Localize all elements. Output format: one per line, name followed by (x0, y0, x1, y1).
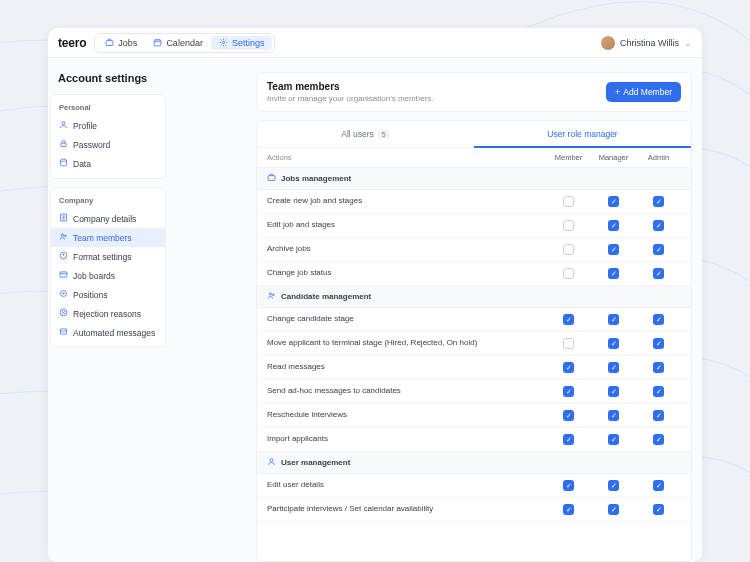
section-subtitle: Invite or manage your organisation's mem… (267, 94, 434, 103)
add-member-button[interactable]: + Add Member (606, 82, 681, 102)
svg-rect-15 (268, 176, 275, 181)
col-actions: Actions (267, 153, 546, 162)
svg-point-2 (222, 41, 224, 43)
permission-checkbox-admin[interactable] (653, 244, 664, 255)
permission-checkbox-member[interactable] (563, 410, 574, 421)
permission-checkbox-admin[interactable] (653, 480, 664, 491)
sidebar-icon (59, 139, 68, 150)
permission-checkbox-manager[interactable] (608, 362, 619, 373)
permission-checkbox-admin[interactable] (653, 338, 664, 349)
group-icon (267, 291, 276, 302)
permission-checkbox-member[interactable] (563, 338, 574, 349)
permission-checkbox-member[interactable] (563, 220, 574, 231)
sidebar-personal: Personal ProfilePasswordData (50, 94, 166, 179)
permission-checkbox-admin[interactable] (653, 196, 664, 207)
col-member: Member (546, 153, 591, 162)
group-icon (267, 173, 276, 184)
permission-label: Reschedule interviews (267, 410, 546, 420)
permission-row: Participate interviews / Set calendar av… (257, 498, 691, 522)
svg-rect-0 (106, 41, 113, 46)
nav-calendar-label: Calendar (166, 38, 203, 48)
tab-role-manager[interactable]: User role manager (474, 121, 691, 147)
permission-checkbox-manager[interactable] (608, 196, 619, 207)
nav-calendar[interactable]: Calendar (145, 36, 211, 50)
sidebar-item-profile[interactable]: Profile (51, 116, 165, 135)
nav-jobs[interactable]: Jobs (97, 36, 145, 50)
sidebar-item-job-boards[interactable]: Job boards (51, 266, 165, 285)
permission-checkbox-manager[interactable] (608, 504, 619, 515)
svg-point-18 (270, 459, 273, 462)
sidebar-icon (59, 251, 68, 262)
plus-icon: + (615, 87, 620, 97)
svg-point-17 (272, 294, 274, 296)
sidebar-item-team-members[interactable]: Team members (51, 228, 165, 247)
permission-checkbox-admin[interactable] (653, 220, 664, 231)
sidebar-icon (59, 120, 68, 131)
permission-checkbox-member[interactable] (563, 196, 574, 207)
permission-label: Read messages (267, 362, 546, 372)
permission-row: Archive jobs (257, 238, 691, 262)
permission-checkbox-admin[interactable] (653, 362, 664, 373)
permission-checkbox-member[interactable] (563, 386, 574, 397)
permission-label: Create new job and stages (267, 196, 546, 206)
sidebar-item-password[interactable]: Password (51, 135, 165, 154)
sidebar-item-rejection-reasons[interactable]: Rejection reasons (51, 304, 165, 323)
permission-checkbox-member[interactable] (563, 362, 574, 373)
permission-checkbox-member[interactable] (563, 504, 574, 515)
permission-label: Edit job and stages (267, 220, 546, 230)
permission-checkbox-admin[interactable] (653, 504, 664, 515)
permission-checkbox-manager[interactable] (608, 338, 619, 349)
svg-point-11 (63, 293, 65, 295)
permission-checkbox-manager[interactable] (608, 410, 619, 421)
section-header: Team members Invite or manage your organ… (256, 72, 692, 112)
sidebar-item-positions[interactable]: Positions (51, 285, 165, 304)
chevron-down-icon: ⌄ (684, 38, 692, 48)
permission-checkbox-admin[interactable] (653, 268, 664, 279)
permission-checkbox-member[interactable] (563, 314, 574, 325)
sidebar-icon (59, 270, 68, 281)
svg-point-3 (62, 122, 65, 125)
sidebar-item-company-details[interactable]: Company details (51, 209, 165, 228)
permission-checkbox-member[interactable] (563, 480, 574, 491)
permission-checkbox-manager[interactable] (608, 386, 619, 397)
sidebar-company: Company Company detailsTeam membersForma… (50, 187, 166, 348)
permission-checkbox-admin[interactable] (653, 386, 664, 397)
permission-checkbox-manager[interactable] (608, 480, 619, 491)
sidebar-item-format-settings[interactable]: Format settings (51, 247, 165, 266)
permission-row: Import applicants (257, 428, 691, 452)
sidebar-company-label: Company (51, 193, 165, 209)
sidebar-item-label: Password (73, 140, 110, 150)
add-member-label: Add Member (623, 87, 672, 97)
permission-label: Import applicants (267, 434, 546, 444)
user-menu[interactable]: Christina Willis ⌄ (601, 36, 692, 50)
gear-icon (219, 38, 228, 47)
sidebar-icon (59, 232, 68, 243)
permission-checkbox-manager[interactable] (608, 434, 619, 445)
sidebar-item-automated-messages[interactable]: Automated messages (51, 323, 165, 342)
permission-checkbox-admin[interactable] (653, 314, 664, 325)
permission-checkbox-manager[interactable] (608, 268, 619, 279)
svg-point-7 (61, 234, 63, 236)
permission-row: Change candidate stage (257, 308, 691, 332)
permission-checkbox-member[interactable] (563, 244, 574, 255)
nav-settings[interactable]: Settings (211, 36, 273, 50)
permission-label: Participate interviews / Set calendar av… (267, 504, 546, 514)
sidebar-icon (59, 158, 68, 169)
permission-checkbox-manager[interactable] (608, 244, 619, 255)
sidebar-icon (59, 213, 68, 224)
permission-checkbox-admin[interactable] (653, 434, 664, 445)
permission-checkbox-admin[interactable] (653, 410, 664, 421)
sidebar-item-label: Company details (73, 214, 136, 224)
permission-row: Read messages (257, 356, 691, 380)
sidebar-item-data[interactable]: Data (51, 154, 165, 173)
permission-checkbox-manager[interactable] (608, 314, 619, 325)
permission-label: Send ad-hoc messages to candidates (267, 386, 546, 396)
sidebar-icon (59, 289, 68, 300)
group-title: Candidate management (281, 292, 371, 301)
permission-checkbox-member[interactable] (563, 268, 574, 279)
permission-checkbox-manager[interactable] (608, 220, 619, 231)
permission-checkbox-member[interactable] (563, 434, 574, 445)
sidebar-icon (59, 308, 68, 319)
group-title: User management (281, 458, 350, 467)
tab-all-users[interactable]: All users 5 (257, 121, 474, 147)
